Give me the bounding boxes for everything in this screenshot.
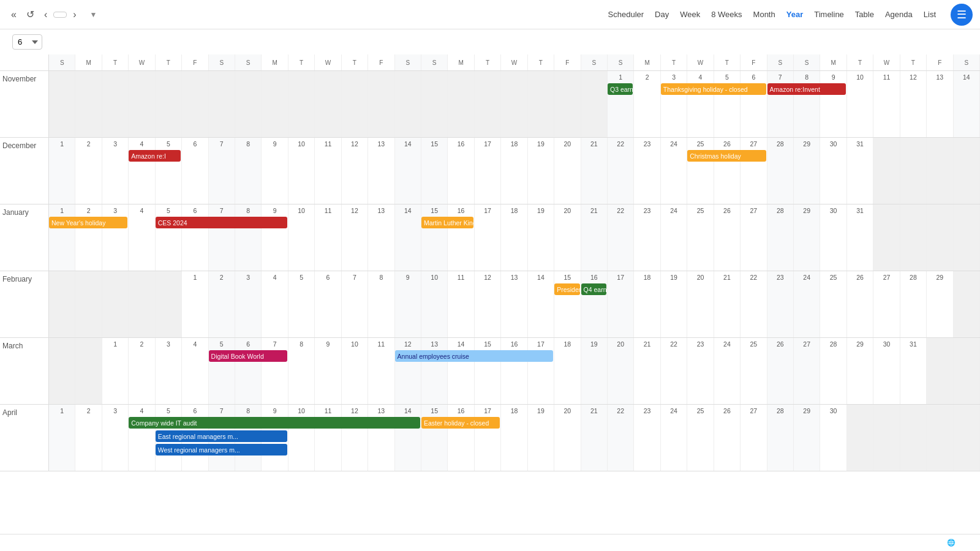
day-cell-november-5[interactable]	[182, 71, 208, 137]
day-cell-december-5[interactable]: 6	[182, 138, 208, 204]
day-cell-april-12[interactable]: 13	[368, 405, 394, 471]
day-cell-december-7[interactable]: 8	[235, 138, 262, 204]
day-cell-january-34[interactable]	[954, 204, 980, 271]
day-cell-january-32[interactable]	[900, 204, 927, 271]
day-cell-january-20[interactable]: 21	[581, 204, 608, 271]
day-cell-march-6[interactable]: 5	[209, 338, 235, 404]
day-cell-april-16[interactable]: 17	[475, 405, 501, 471]
day-cell-march-29[interactable]: 28	[820, 338, 846, 404]
day-cell-january-9[interactable]: 10	[288, 204, 315, 271]
day-cell-december-4[interactable]: 5	[156, 138, 182, 204]
day-cell-november-21[interactable]: 1	[608, 71, 634, 137]
day-cell-december-12[interactable]: 13	[368, 138, 394, 204]
day-cell-december-14[interactable]: 15	[421, 138, 448, 204]
day-cell-february-22[interactable]: 18	[634, 271, 660, 337]
day-cell-march-20[interactable]: 19	[581, 338, 608, 404]
day-cell-february-24[interactable]: 20	[687, 271, 714, 337]
day-cell-march-15[interactable]: 14	[448, 338, 474, 404]
day-cell-april-21[interactable]: 22	[608, 405, 634, 471]
day-cell-february-28[interactable]: 24	[794, 271, 820, 337]
event-march-0[interactable]: Digital Book World	[209, 350, 287, 362]
day-cell-april-28[interactable]: 29	[794, 405, 820, 471]
event-march-1[interactable]: Annual employees cruise	[395, 350, 554, 362]
day-cell-november-24[interactable]: 4	[687, 71, 714, 137]
day-cell-december-15[interactable]: 16	[448, 138, 474, 204]
day-cell-january-16[interactable]: 17	[475, 204, 501, 271]
day-cell-december-11[interactable]: 12	[342, 138, 368, 204]
day-cell-december-18[interactable]: 19	[528, 138, 554, 204]
prev-btn[interactable]: ‹	[40, 7, 51, 23]
day-cell-january-22[interactable]: 23	[634, 204, 660, 271]
day-cell-january-6[interactable]: 7	[209, 204, 235, 271]
day-cell-december-23[interactable]: 24	[661, 138, 687, 204]
day-cell-november-4[interactable]	[156, 71, 182, 137]
day-cell-november-7[interactable]	[235, 71, 262, 137]
event-november-1[interactable]: Thanksgiving holiday - closed	[661, 83, 766, 95]
main-menu-button[interactable]: ☰	[951, 4, 973, 26]
day-cell-march-10[interactable]: 9	[315, 338, 341, 404]
day-cell-february-15[interactable]: 11	[448, 271, 474, 337]
day-cell-december-26[interactable]: 27	[741, 138, 767, 204]
day-cell-february-13[interactable]: 9	[395, 271, 421, 337]
day-cell-december-17[interactable]: 18	[501, 138, 527, 204]
day-cell-march-33[interactable]	[927, 338, 953, 404]
day-cell-january-0[interactable]: 1	[49, 204, 75, 271]
day-cell-december-8[interactable]: 9	[262, 138, 288, 204]
day-cell-april-1[interactable]: 2	[75, 405, 102, 471]
day-cell-november-27[interactable]: 7	[767, 71, 794, 137]
day-cell-march-14[interactable]: 13	[421, 338, 448, 404]
day-cell-january-28[interactable]: 29	[794, 204, 820, 271]
day-cell-december-29[interactable]: 30	[820, 138, 846, 204]
day-cell-january-18[interactable]: 19	[528, 204, 554, 271]
day-cell-march-18[interactable]: 17	[528, 338, 554, 404]
day-cell-december-31[interactable]	[873, 138, 900, 204]
refresh-btn[interactable]: ↺	[23, 6, 38, 23]
day-cell-april-19[interactable]: 20	[554, 405, 581, 471]
day-cell-february-8[interactable]: 4	[262, 271, 288, 337]
day-cell-january-2[interactable]: 3	[102, 204, 129, 271]
view-week[interactable]: Week	[675, 7, 705, 21]
day-cell-december-6[interactable]: 7	[209, 138, 235, 204]
months-select[interactable]: 6 1 2 3 4 12	[12, 34, 42, 50]
day-cell-february-0[interactable]	[49, 271, 75, 337]
day-cell-november-23[interactable]: 3	[661, 71, 687, 137]
day-cell-march-21[interactable]: 20	[608, 338, 634, 404]
day-cell-november-19[interactable]	[554, 71, 581, 137]
view-8weeks[interactable]: 8 Weeks	[706, 7, 747, 21]
day-cell-march-1[interactable]	[75, 338, 102, 404]
day-cell-april-9[interactable]: 10	[288, 405, 315, 471]
day-cell-march-5[interactable]: 4	[182, 338, 208, 404]
day-cell-november-30[interactable]: 10	[847, 71, 873, 137]
day-cell-april-3[interactable]: 4	[129, 405, 155, 471]
day-cell-february-1[interactable]	[75, 271, 102, 337]
day-cell-december-9[interactable]: 10	[288, 138, 315, 204]
day-cell-february-9[interactable]: 5	[288, 271, 315, 337]
day-cell-april-34[interactable]	[954, 405, 980, 471]
day-cell-april-17[interactable]: 18	[501, 405, 527, 471]
day-cell-november-29[interactable]: 9	[820, 71, 846, 137]
day-cell-april-13[interactable]: 14	[395, 405, 421, 471]
next-btn[interactable]: ›	[69, 7, 80, 23]
day-cell-march-8[interactable]: 7	[262, 338, 288, 404]
day-cell-april-24[interactable]: 25	[687, 405, 714, 471]
day-cell-january-19[interactable]: 20	[554, 204, 581, 271]
day-cell-february-23[interactable]: 19	[661, 271, 687, 337]
day-cell-march-30[interactable]: 29	[847, 338, 873, 404]
day-cell-december-10[interactable]: 11	[315, 138, 341, 204]
day-cell-february-18[interactable]: 14	[528, 271, 554, 337]
day-cell-march-34[interactable]	[954, 338, 980, 404]
day-cell-december-2[interactable]: 3	[102, 138, 129, 204]
day-cell-february-29[interactable]: 25	[820, 271, 846, 337]
day-cell-april-23[interactable]: 24	[661, 405, 687, 471]
day-cell-december-22[interactable]: 23	[634, 138, 660, 204]
day-cell-april-2[interactable]: 3	[102, 405, 129, 471]
view-agenda[interactable]: Agenda	[880, 7, 918, 21]
day-cell-january-31[interactable]	[873, 204, 900, 271]
day-cell-march-2[interactable]: 1	[102, 338, 129, 404]
day-cell-november-32[interactable]: 12	[900, 71, 927, 137]
day-cell-march-4[interactable]: 3	[156, 338, 182, 404]
day-cell-february-31[interactable]: 27	[873, 271, 900, 337]
day-cell-december-13[interactable]: 14	[395, 138, 421, 204]
day-cell-february-7[interactable]: 3	[235, 271, 262, 337]
day-cell-november-31[interactable]: 11	[873, 71, 900, 137]
